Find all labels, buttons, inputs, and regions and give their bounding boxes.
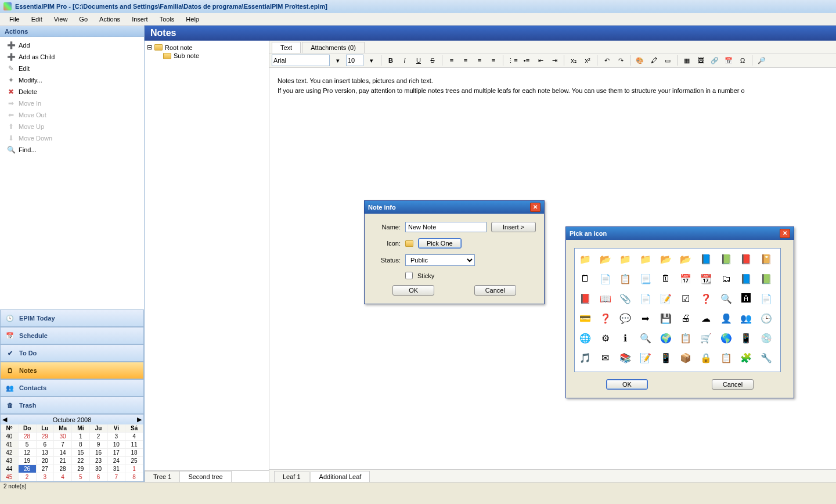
align-center-button[interactable]: ≡ <box>460 55 471 66</box>
undo-button[interactable]: ↶ <box>601 55 612 66</box>
icon-option[interactable]: 📂 <box>679 252 693 266</box>
cal-cell[interactable]: 3 <box>108 433 126 441</box>
icon-option[interactable]: 🌍 <box>659 331 673 345</box>
cal-cell[interactable]: 5 <box>19 441 37 449</box>
icon-option[interactable]: 📋 <box>679 331 693 345</box>
icon-option[interactable]: 👤 <box>719 311 733 325</box>
icon-option[interactable]: 📅 <box>679 272 693 286</box>
action-delete[interactable]: ✖Delete <box>0 86 144 98</box>
mini-calendar[interactable]: ◀ Octubre 2008 ▶ NºDoLuMaMiJuViSá4028293… <box>0 414 144 482</box>
cal-cell[interactable]: 30 <box>54 433 72 441</box>
icon-option[interactable]: 📝 <box>639 351 653 365</box>
icon-option[interactable]: ❓ <box>599 311 612 325</box>
ok-button[interactable]: OK <box>392 285 434 296</box>
cal-cell[interactable]: 31 <box>108 465 126 473</box>
icon-option[interactable]: 🧩 <box>739 351 753 365</box>
close-icon[interactable]: ✕ <box>530 203 540 212</box>
tree-pane[interactable]: ⊟ Root note Sub note Tree 1 Second tree <box>145 41 269 482</box>
action-addaschild[interactable]: ➕Add as Child <box>0 51 144 63</box>
nav-epimtoday[interactable]: 🕓EPIM Today <box>0 309 144 327</box>
icon-option[interactable]: ☁ <box>699 311 713 325</box>
cal-cell[interactable]: 4 <box>125 433 143 441</box>
cal-cell[interactable]: 2 <box>90 433 108 441</box>
sticky-checkbox[interactable] <box>405 272 413 279</box>
icon-option[interactable]: 📔 <box>759 252 773 266</box>
icon-option[interactable]: 📦 <box>679 351 693 365</box>
bgcolor-button[interactable]: ▭ <box>662 55 673 66</box>
icon-option[interactable]: ❓ <box>699 291 713 305</box>
icon-option[interactable]: 📕 <box>739 252 753 266</box>
menu-go[interactable]: Go <box>73 14 93 24</box>
menu-actions[interactable]: Actions <box>93 14 126 24</box>
textcolor-button[interactable]: 🎨 <box>634 55 646 66</box>
icon-option[interactable]: 💳 <box>578 311 592 325</box>
nav-trash[interactable]: 🗑Trash <box>0 397 144 414</box>
icon-option[interactable]: 📎 <box>618 291 632 305</box>
icon-option[interactable]: 📗 <box>719 252 733 266</box>
italic-button[interactable]: I <box>399 55 410 66</box>
cal-cell[interactable]: 43 <box>1 457 19 465</box>
icon-option[interactable]: 🌎 <box>719 331 733 345</box>
icon-option[interactable]: 💾 <box>659 311 673 325</box>
icon-option[interactable]: 👥 <box>739 311 753 325</box>
indent-button[interactable]: ⇥ <box>549 55 560 66</box>
dropdown-icon[interactable]: ▾ <box>332 55 344 66</box>
icon-option[interactable]: 📃 <box>639 272 653 286</box>
find-button[interactable]: 🔎 <box>756 55 767 66</box>
date-button[interactable]: 📅 <box>723 55 734 66</box>
cal-cell[interactable]: 10 <box>108 441 126 449</box>
cal-cell[interactable]: 42 <box>1 449 19 457</box>
cancel-button[interactable]: Cancel <box>712 379 754 390</box>
icon-option[interactable]: 📄 <box>639 291 653 305</box>
cal-cell[interactable]: 26 <box>19 465 37 473</box>
numbered-list-button[interactable]: ⋮≡ <box>507 55 518 66</box>
cal-cell[interactable]: 20 <box>37 457 55 465</box>
cal-prev-icon[interactable]: ◀ <box>1 416 9 423</box>
icon-option[interactable]: ✉ <box>599 351 612 365</box>
leaf-tab-1[interactable]: Leaf 1 <box>274 471 309 482</box>
cal-cell[interactable]: 7 <box>54 441 72 449</box>
cal-cell[interactable]: 44 <box>1 465 19 473</box>
icon-option[interactable]: 📂 <box>659 252 673 266</box>
cal-cell[interactable]: 3 <box>37 473 55 481</box>
align-justify-button[interactable]: ≡ <box>488 55 499 66</box>
icon-grid[interactable]: 📁📂📁📁📂📂📘📗📕📔🗒📄📋📃🗓📅📆🗂📘📗📕📖📎📄📝☑❓🔍🅰📄💳❓💬➡💾🖨☁👤👥🕒… <box>574 248 781 372</box>
cal-cell[interactable]: 45 <box>1 473 19 481</box>
cal-cell[interactable]: 13 <box>37 449 55 457</box>
icon-option[interactable]: 🖨 <box>679 311 693 325</box>
picture-button[interactable]: 🖼 <box>695 55 707 66</box>
icon-option[interactable]: 📁 <box>639 252 653 266</box>
nav-notes[interactable]: 🗒Notes <box>0 362 144 379</box>
icon-option[interactable]: 📱 <box>739 331 753 345</box>
icon-option[interactable]: 📆 <box>699 272 713 286</box>
cal-cell[interactable]: 29 <box>37 433 55 441</box>
icon-option[interactable]: 🔒 <box>699 351 713 365</box>
nav-schedule[interactable]: 📅Schedule <box>0 327 144 344</box>
insert-button[interactable]: Insert > <box>491 222 536 232</box>
cal-cell[interactable]: 1 <box>125 465 143 473</box>
status-select[interactable]: Public <box>405 254 475 266</box>
icon-option[interactable]: ⚙ <box>599 331 612 345</box>
icon-option[interactable]: 📄 <box>759 291 773 305</box>
cal-cell[interactable]: 22 <box>72 457 90 465</box>
cal-cell[interactable]: 4 <box>54 473 72 481</box>
icon-option[interactable]: 📘 <box>699 252 713 266</box>
cal-cell[interactable]: 9 <box>90 441 108 449</box>
cal-next-icon[interactable]: ▶ <box>135 416 143 423</box>
icon-option[interactable]: 📋 <box>618 272 632 286</box>
cal-cell[interactable]: 28 <box>19 433 37 441</box>
menu-tools[interactable]: Tools <box>154 14 181 24</box>
cal-cell[interactable]: 18 <box>125 449 143 457</box>
superscript-button[interactable]: x² <box>582 55 593 66</box>
icon-option[interactable]: 🅰 <box>739 291 753 305</box>
cal-cell[interactable]: 40 <box>1 433 19 441</box>
cal-cell[interactable]: 1 <box>72 433 90 441</box>
close-icon[interactable]: ✕ <box>780 229 790 238</box>
cal-cell[interactable]: 19 <box>19 457 37 465</box>
cal-cell[interactable]: 29 <box>72 465 90 473</box>
menu-help[interactable]: Help <box>180 14 205 24</box>
expand-icon[interactable]: ⊟ <box>147 44 152 51</box>
redo-button[interactable]: ↷ <box>615 55 626 66</box>
cal-cell[interactable]: 30 <box>90 465 108 473</box>
icon-option[interactable]: 📗 <box>759 272 773 286</box>
